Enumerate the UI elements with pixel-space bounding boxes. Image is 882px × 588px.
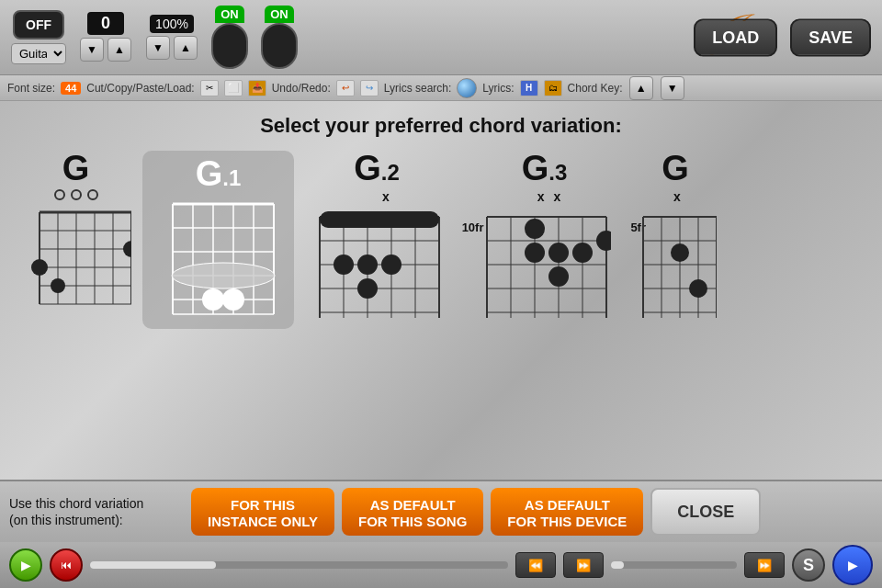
svg-point-61	[548, 266, 569, 287]
svg-point-59	[548, 243, 569, 263]
lyrics-label: Lyrics:	[482, 82, 514, 95]
lyrics-search-label: Lyrics search:	[384, 82, 452, 95]
close-button[interactable]: CLOSE	[650, 488, 761, 536]
svg-point-12	[31, 259, 48, 276]
chord-g4[interactable]: G x	[629, 151, 721, 327]
svg-point-74	[689, 279, 707, 298]
counter-section: 0 ▼ ▲	[79, 12, 132, 62]
chord-g1-diagram	[159, 195, 278, 323]
lyrics-load-icon[interactable]: 🗂	[544, 80, 562, 96]
open-marker-1	[54, 189, 65, 200]
chord-g4-diagram	[634, 208, 717, 327]
chord-g2[interactable]: G.2 x	[294, 151, 459, 327]
redo-icon[interactable]: ↪	[360, 80, 379, 96]
svg-point-62	[596, 231, 611, 251]
svg-point-42	[334, 254, 354, 275]
svg-point-45	[357, 278, 378, 299]
s-badge[interactable]: S	[792, 548, 825, 582]
chord-g3[interactable]: G.3 x x	[459, 151, 629, 327]
chord-g-original-label: G	[62, 151, 90, 186]
rewind-left-button[interactable]: ⏪	[515, 552, 556, 578]
off-button[interactable]: OFF	[13, 10, 64, 40]
chord-g1-label: G.1	[196, 156, 242, 191]
progress-bar[interactable]	[90, 561, 508, 569]
toggle1-on-label[interactable]: ON	[215, 6, 244, 23]
rewind-right-button[interactable]: ⏩	[563, 552, 604, 578]
percent-down-btn[interactable]: ▼	[146, 36, 170, 60]
off-guitar-section: OFF Guitar	[11, 10, 66, 64]
chord-g2-label: G.2	[354, 151, 400, 186]
chord-g4-x-marker: x	[673, 189, 681, 204]
chord-g2-x-marker: x	[382, 189, 390, 204]
play-button[interactable]: ▶	[9, 548, 42, 582]
chord-g-original[interactable]: G	[9, 151, 142, 313]
fast-fwd-button[interactable]: ⏩	[744, 552, 785, 578]
toggle2-pill[interactable]	[261, 23, 298, 69]
undo-redo-label: Undo/Redo:	[272, 82, 331, 95]
toggle2-on-label[interactable]: ON	[265, 6, 294, 23]
scissors-icon[interactable]: ✂	[200, 80, 219, 96]
default-song-line1: AS DEFAULT	[370, 497, 456, 513]
progress-bar-fill	[90, 561, 216, 569]
svg-point-44	[381, 254, 401, 275]
svg-point-14	[51, 278, 65, 293]
default-device-button[interactable]: AS DEFAULT FOR THIS DEVICE	[491, 488, 643, 536]
open-marker-3	[87, 189, 98, 200]
h-icon[interactable]: H	[520, 80, 538, 96]
chord-key-label: Chord Key:	[568, 82, 623, 95]
chord-g4-label: G	[662, 151, 689, 186]
svg-point-28	[202, 288, 224, 311]
chord-g3-diagram	[478, 208, 611, 327]
svg-point-60	[572, 243, 593, 263]
open-marker-2	[71, 189, 82, 200]
chord-key-up-btn[interactable]: ▲	[629, 76, 653, 100]
chord-g3-label: G.3	[522, 151, 568, 186]
font-size-value: 44	[61, 82, 81, 95]
progress-bar2-fill	[611, 561, 624, 569]
chord-g2-diagram	[311, 208, 444, 327]
svg-rect-41	[320, 211, 439, 228]
load-icon[interactable]: 📥	[248, 80, 266, 96]
chord-g3-x-marker2: x	[554, 189, 561, 204]
chord-g1[interactable]: G.1	[142, 151, 294, 329]
percent-display: 100%	[150, 15, 194, 33]
counter-display: 0	[87, 12, 124, 35]
chord-key-down-btn[interactable]: ▼	[661, 76, 684, 100]
globe-icon[interactable]	[457, 78, 477, 98]
svg-point-13	[123, 241, 131, 257]
chord-g-diagram	[21, 203, 131, 313]
nav-right-button[interactable]: ▶	[832, 545, 873, 585]
dialog-title: Select your preferred chord variation:	[0, 101, 882, 147]
svg-point-58	[525, 243, 545, 263]
svg-point-43	[357, 254, 378, 275]
toggle2-section: ON	[261, 6, 298, 69]
counter-down-btn[interactable]: ▼	[80, 38, 104, 62]
cut-copy-label: Cut/Copy/Paste/Load:	[86, 82, 194, 95]
save-button[interactable]: SAVE	[790, 18, 871, 56]
undo-icon[interactable]: ↩	[336, 80, 355, 96]
for-instance-button[interactable]: FOR THISINSTANCE ONLY	[191, 488, 334, 536]
instrument-select[interactable]: Guitar	[11, 43, 66, 64]
default-song-button[interactable]: AS DEFAULT FOR THIS SONG	[342, 488, 483, 536]
default-song-line2: FOR THIS SONG	[358, 514, 467, 529]
load-button[interactable]: LOAD	[694, 18, 777, 56]
svg-point-29	[222, 288, 244, 311]
counter-up-btn[interactable]: ▲	[107, 38, 131, 62]
svg-point-57	[525, 219, 545, 239]
toggle1-pill[interactable]	[211, 23, 248, 69]
svg-point-73	[671, 243, 689, 262]
progress-bar2[interactable]	[611, 561, 737, 569]
copy-icon[interactable]: ⬜	[224, 80, 243, 96]
use-chord-text: Use this chord variation (on this instru…	[9, 495, 184, 528]
percent-section: 100% ▼ ▲	[145, 15, 198, 61]
default-device-line2: FOR THIS DEVICE	[507, 514, 627, 529]
prev-button[interactable]: ⏮	[50, 548, 83, 582]
font-size-label: Font size:	[7, 82, 55, 95]
chord-g3-x-marker1: x	[537, 189, 545, 204]
svg-point-27	[172, 263, 275, 288]
default-device-line1: AS DEFAULT	[525, 497, 610, 513]
percent-up-btn[interactable]: ▲	[174, 36, 198, 60]
toggle1-section: ON	[211, 6, 248, 69]
